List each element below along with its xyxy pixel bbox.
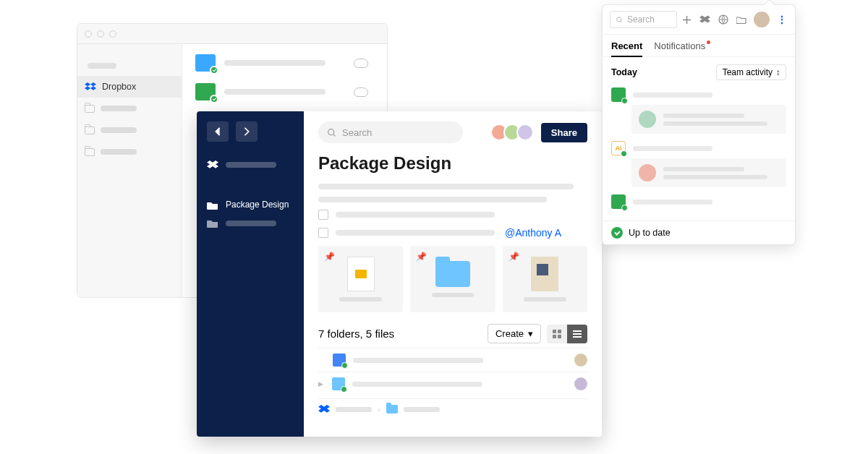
tab-recent[interactable]: Recent [611, 40, 642, 57]
finder-sidebar: Dropbox [77, 44, 182, 297]
sidebar-item-package-design[interactable]: Package Design [197, 195, 304, 214]
activity-item[interactable] [611, 85, 786, 134]
folder-icon [332, 377, 345, 390]
tab-notifications[interactable]: Notifications [654, 40, 705, 56]
dropbox-icon [207, 160, 218, 169]
cloud-icon[interactable] [354, 87, 368, 97]
sheets-icon [611, 194, 626, 209]
nav-back-button[interactable] [207, 121, 229, 142]
folder-icon [85, 148, 95, 156]
file-icon [195, 54, 216, 72]
breadcrumb-item[interactable] [336, 407, 372, 412]
folder-icon [85, 127, 95, 134]
slides-icon [347, 257, 375, 291]
checkbox[interactable] [318, 210, 328, 220]
search-input[interactable]: Search [318, 121, 463, 143]
attachment-card-folder[interactable]: 📌 [410, 246, 495, 312]
attachment-card-doc[interactable]: 📌 [503, 246, 587, 312]
list-item[interactable] [318, 348, 587, 372]
sort-arrows-icon: ▴▾ [777, 69, 780, 76]
paper-window: Package Design Search Share Package Desi… [197, 111, 602, 437]
folder-icon [207, 200, 218, 210]
sync-badge-icon [621, 98, 628, 104]
avatar [574, 354, 587, 367]
checklist-item[interactable] [318, 210, 587, 220]
sidebar-item-folder[interactable] [77, 141, 182, 163]
folder-icon [85, 105, 95, 113]
sidebar-item-dropbox[interactable]: Dropbox [77, 76, 182, 98]
dropbox-icon [318, 405, 330, 414]
breadcrumb-item[interactable] [404, 407, 440, 412]
pin-icon: 📌 [324, 252, 335, 262]
paper-sidebar: Package Design [197, 111, 304, 437]
create-button[interactable]: Create▾ [488, 324, 541, 343]
checklist-item[interactable]: @Anthony A [318, 227, 587, 239]
avatar [574, 377, 587, 390]
text-stub [318, 184, 574, 189]
activity-filter-select[interactable]: Team activity▴▾ [716, 64, 786, 80]
mention[interactable]: @Anthony A [505, 227, 561, 239]
cloud-icon[interactable] [354, 59, 368, 68]
nav-forward-button[interactable] [236, 121, 258, 142]
section-heading: Today [611, 67, 637, 77]
share-button[interactable]: Share [541, 123, 587, 142]
file-row[interactable] [195, 54, 374, 72]
folder-icon[interactable] [736, 14, 746, 25]
attachment-card-slides[interactable]: 📌 [318, 246, 403, 312]
file-icon [195, 83, 216, 100]
sidebar-item-home[interactable] [197, 156, 304, 174]
folder-icon [435, 261, 470, 287]
svg-rect-4 [553, 335, 556, 338]
sidebar-heading-stub [88, 63, 116, 69]
svg-rect-2 [553, 330, 556, 333]
folder-icon [386, 405, 398, 414]
add-button[interactable] [681, 14, 692, 25]
traffic-close[interactable] [85, 30, 92, 38]
view-toggle [547, 325, 587, 343]
avatar [516, 124, 534, 141]
sheets-icon [611, 87, 626, 102]
expand-caret-icon[interactable]: ▶ [318, 380, 323, 387]
file-row[interactable] [195, 83, 374, 100]
sidebar-item-folder[interactable] [197, 214, 304, 232]
more-button[interactable]: ⋮ [777, 14, 788, 25]
notification-dot-icon [707, 40, 710, 44]
activity-detail [631, 105, 786, 134]
activity-item[interactable]: Ai [611, 138, 786, 187]
activity-item[interactable] [611, 192, 786, 212]
list-view-button[interactable] [567, 325, 587, 343]
chevron-down-icon: ▾ [528, 328, 533, 339]
svg-rect-5 [558, 335, 561, 338]
pin-icon: 📌 [416, 252, 427, 262]
folder-icon [207, 218, 218, 228]
sync-badge-icon [210, 66, 218, 74]
list-item[interactable]: ▶ [318, 372, 587, 395]
tray-search-input[interactable]: Search [610, 11, 677, 28]
docs-icon [333, 354, 346, 367]
user-avatar[interactable] [754, 12, 770, 27]
traffic-zoom[interactable] [109, 30, 116, 38]
sidebar-item-folder[interactable] [77, 98, 182, 119]
sidebar-item-folder[interactable] [77, 119, 182, 141]
grid-view-button[interactable] [547, 325, 567, 343]
sidebar-label: Dropbox [102, 82, 136, 92]
checkbox[interactable] [318, 228, 328, 238]
svg-rect-6 [573, 330, 582, 332]
svg-line-10 [621, 21, 622, 22]
check-circle-icon [611, 227, 623, 239]
document-icon [531, 257, 558, 291]
search-icon [327, 128, 336, 137]
collaborator-avatars[interactable] [495, 124, 534, 141]
avatar [639, 111, 656, 128]
sync-badge-icon [341, 362, 348, 369]
illustrator-icon: Ai [611, 141, 626, 155]
breadcrumb: › [318, 398, 587, 414]
paper-main: Search Share Package Design @Anthony A 📌… [304, 111, 602, 437]
traffic-minimize[interactable] [97, 30, 104, 38]
svg-rect-8 [573, 336, 582, 338]
pin-icon: 📌 [509, 252, 519, 262]
dropbox-icon[interactable] [699, 14, 710, 25]
document-title[interactable]: Package Design [318, 153, 587, 174]
globe-icon[interactable] [718, 14, 728, 25]
text-stub [318, 197, 547, 202]
